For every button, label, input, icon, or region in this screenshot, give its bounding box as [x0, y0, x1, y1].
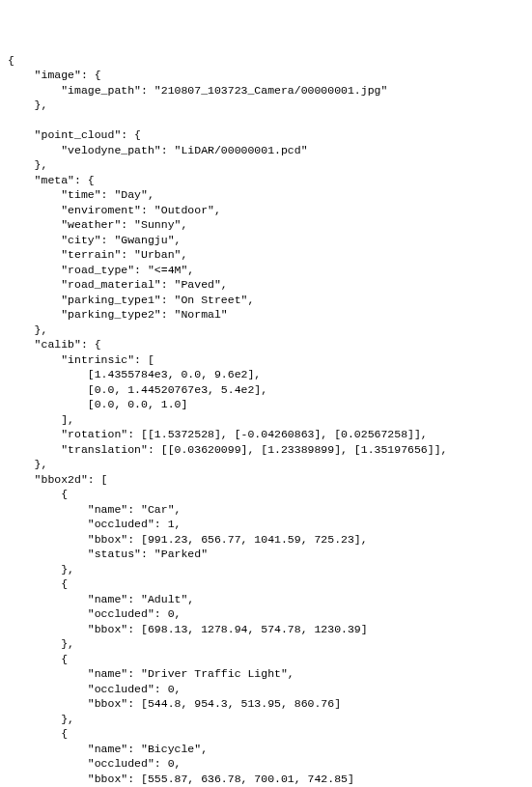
json-code-block: { "image": { "image_path": "210807_10372… [8, 53, 532, 788]
